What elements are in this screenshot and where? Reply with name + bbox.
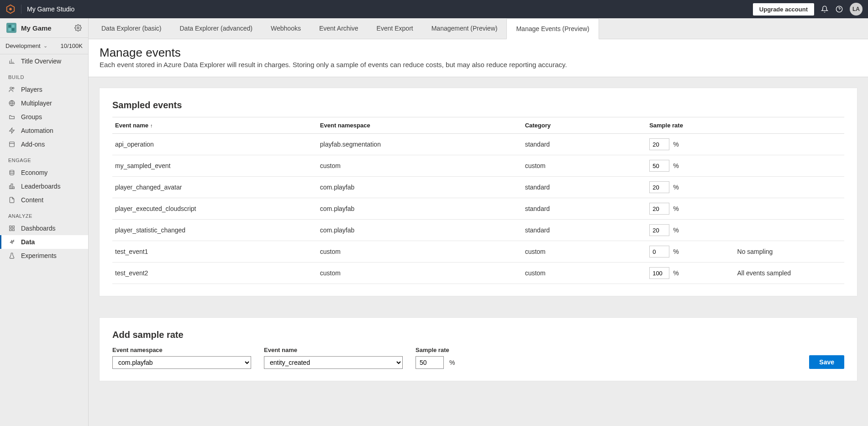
environment-selector[interactable]: Development ⌄ 10/100K — [0, 38, 88, 54]
sidebar-item-multiplayer[interactable]: Multiplayer — [0, 96, 88, 110]
rate-input[interactable] — [649, 138, 669, 150]
table-row: test_event2customcustom%All events sampl… — [112, 263, 844, 284]
cell-event-name: test_event1 — [112, 241, 317, 263]
svg-rect-7 — [12, 28, 15, 31]
svg-rect-23 — [13, 187, 15, 189]
sidebar-item-overview[interactable]: Title Overview — [0, 54, 88, 68]
cell-category: standard — [522, 177, 647, 198]
cell-category: custom — [522, 263, 647, 284]
tab-bar: Data Explorer (basic)Data Explorer (adva… — [89, 18, 868, 39]
sidebar-item-players[interactable]: Players — [0, 83, 88, 96]
studio-name[interactable]: My Game Studio — [27, 5, 74, 13]
rate-input[interactable] — [649, 267, 669, 279]
card-title: Add sample rate — [112, 330, 844, 340]
sidebar-item-label: Content — [21, 196, 43, 204]
tab-event-export[interactable]: Event Export — [368, 18, 422, 39]
sidebar-item-dashboards[interactable]: Dashboards — [0, 221, 88, 235]
folder-icon — [8, 113, 16, 121]
divider — [21, 5, 21, 14]
save-button[interactable]: Save — [809, 355, 844, 369]
sidebar-item-label: Add-ons — [21, 141, 45, 148]
cell-note — [735, 198, 844, 220]
col-event-name[interactable]: Event name↑ — [112, 117, 317, 134]
bolt-icon — [8, 127, 16, 134]
upgrade-button[interactable]: Upgrade account — [753, 3, 814, 16]
dashboard-icon — [8, 225, 16, 232]
sidebar-item-addons[interactable]: Add-ons — [0, 137, 88, 151]
tab-data-explorer-advanced-[interactable]: Data Explorer (advanced) — [171, 18, 262, 39]
cell-namespace: custom — [317, 241, 522, 263]
cell-category: custom — [522, 155, 647, 177]
col-sample-rate[interactable]: Sample rate — [647, 117, 734, 134]
env-label: Development — [5, 42, 41, 49]
tab-event-archive[interactable]: Event Archive — [310, 18, 368, 39]
sidebar: My Game Development ⌄ 10/100K Title Over… — [0, 18, 89, 426]
svg-marker-17 — [10, 128, 15, 133]
svg-rect-18 — [10, 142, 15, 147]
table-row: my_sampled_eventcustomcustom% — [112, 155, 844, 177]
logo-icon[interactable] — [5, 4, 16, 14]
sidebar-item-label: Groups — [21, 113, 42, 121]
rate-input[interactable] — [649, 160, 669, 172]
cell-category: standard — [522, 198, 647, 220]
cell-event-name: player_statistic_changed — [112, 220, 317, 241]
tab-webhooks[interactable]: Webhooks — [262, 18, 310, 39]
sidebar-group-engage: ENGAGE — [0, 151, 88, 166]
svg-point-14 — [12, 87, 14, 89]
document-icon — [8, 196, 16, 204]
sidebar-item-leaderboards[interactable]: Leaderboards — [0, 179, 88, 193]
percent-label: % — [673, 269, 679, 277]
sidebar-item-content[interactable]: Content — [0, 193, 88, 207]
tab-management-preview-[interactable]: Management (Preview) — [422, 18, 507, 39]
cell-event-name: player_changed_avatar — [112, 177, 317, 198]
svg-rect-5 — [12, 25, 15, 27]
sidebar-item-label: Automation — [21, 127, 53, 134]
avatar[interactable]: LA — [850, 3, 863, 16]
tab-data-explorer-basic-[interactable]: Data Explorer (basic) — [92, 18, 171, 39]
cell-namespace: com.playfab — [317, 177, 522, 198]
sort-asc-icon: ↑ — [150, 123, 153, 128]
svg-point-8 — [77, 27, 79, 29]
bell-icon[interactable] — [821, 5, 829, 13]
svg-rect-25 — [12, 226, 14, 228]
cell-event-name: player_executed_cloudscript — [112, 198, 317, 220]
sidebar-item-economy[interactable]: Economy — [0, 166, 88, 179]
table-row: player_executed_cloudscriptcom.playfabst… — [112, 198, 844, 220]
svg-rect-24 — [10, 226, 11, 228]
svg-rect-6 — [8, 28, 11, 31]
table-row: test_event1customcustom%No sampling — [112, 241, 844, 263]
sidebar-group-analyze: ANALYZE — [0, 207, 88, 221]
page-subtitle: Each event stored in Azure Data Explorer… — [100, 61, 857, 68]
percent-label: % — [673, 248, 679, 255]
content: Data Explorer (basic)Data Explorer (adva… — [89, 18, 868, 426]
sample-rate-input[interactable] — [416, 356, 444, 369]
svg-point-1 — [9, 8, 12, 11]
col-event-namespace[interactable]: Event namespace — [317, 117, 522, 134]
sidebar-item-groups[interactable]: Groups — [0, 110, 88, 124]
svg-rect-26 — [10, 229, 11, 231]
game-name[interactable]: My Game — [21, 24, 70, 32]
help-icon[interactable] — [835, 5, 843, 13]
percent-label: % — [673, 162, 679, 169]
ns-label: Event namespace — [112, 347, 251, 353]
event-name-select[interactable]: entity_created — [264, 356, 403, 369]
sidebar-item-experiments[interactable]: Experiments — [0, 249, 88, 263]
page-title: Manage events — [100, 46, 857, 60]
gear-icon[interactable] — [74, 24, 82, 32]
rate-input[interactable] — [649, 246, 669, 258]
sidebar-item-data[interactable]: Data — [0, 235, 88, 249]
namespace-select[interactable]: com.playfab — [112, 356, 251, 369]
card-title: Sampled events — [112, 100, 844, 110]
cell-category: standard — [522, 220, 647, 241]
globe-icon — [8, 100, 16, 107]
events-table: Event name↑ Event namespace Category Sam… — [112, 117, 844, 284]
percent-label: % — [673, 205, 679, 212]
rate-input[interactable] — [649, 203, 669, 215]
col-category[interactable]: Category — [522, 117, 647, 134]
tab-manage-events-preview-[interactable]: Manage Events (Preview) — [506, 18, 599, 39]
sidebar-item-automation[interactable]: Automation — [0, 124, 88, 137]
cell-note — [735, 177, 844, 198]
rate-input[interactable] — [649, 224, 669, 236]
sidebar-item-label: Title Overview — [21, 58, 61, 65]
rate-input[interactable] — [649, 181, 669, 193]
